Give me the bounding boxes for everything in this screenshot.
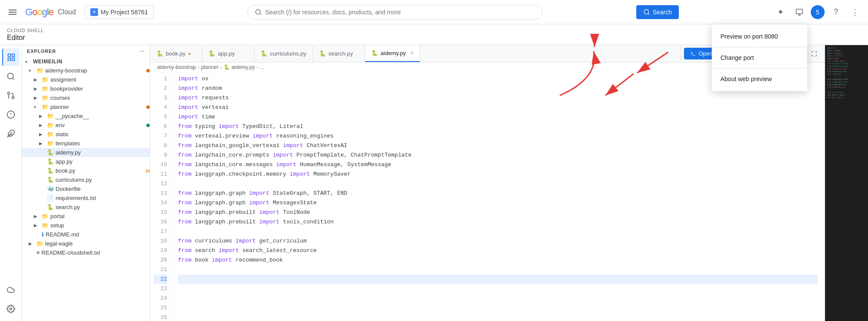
tab-close-icon[interactable]: × (410, 49, 414, 56)
tree-folder-courses[interactable]: ▶ 📁 courses (22, 93, 150, 102)
svg-rect-4 (796, 9, 803, 14)
explorer-more[interactable]: ··· (139, 49, 145, 54)
help-icon[interactable]: ? (828, 4, 844, 20)
code-line: import time (178, 112, 818, 122)
tree-file-requirements[interactable]: ▶ 📄 requirements.txt (22, 193, 150, 203)
code-line: from langgraph.graph import MessagesStat… (178, 198, 818, 208)
code-line: from langchain_google_vertexai import Ch… (178, 141, 818, 151)
git-icon[interactable] (2, 87, 20, 104)
svg-point-12 (7, 92, 10, 95)
code-line (178, 313, 818, 321)
code-line (178, 179, 818, 189)
gemini-icon[interactable]: ✦ (773, 4, 788, 20)
explorer-icon[interactable] (2, 49, 20, 66)
code-editor[interactable]: 12345 678910 1112131415 1617181920 21 22… (150, 72, 825, 321)
svg-point-18 (10, 308, 12, 310)
tree-folder-portal[interactable]: ▶ 📁 portal (22, 212, 150, 221)
search-button[interactable]: Search (636, 5, 679, 19)
menu-icon[interactable] (5, 5, 20, 20)
tree-file-app-py[interactable]: ▶ 🐍 app.py (22, 157, 150, 166)
tree-file-book-py[interactable]: ▶ 🐍 book.py M (22, 166, 150, 175)
code-line: from langgraph.graph import StateGraph, … (178, 189, 818, 198)
tree-folder-env[interactable]: ▶ 📁 env (22, 121, 150, 130)
tree-root[interactable]: ▾ WEIMEILIN (22, 57, 150, 66)
tabs-bar: 🐍 book.py ● 🐍 app.py 🐍 curriculums.py (150, 45, 680, 62)
badge-m: M (146, 168, 150, 174)
tree-folder-assigment[interactable]: ▶ 📁 assigment (22, 75, 150, 84)
search-icon (643, 9, 650, 16)
change-port[interactable]: Change port (712, 49, 807, 66)
tree-folder-templates[interactable]: ▶ 📁 templates (22, 139, 150, 148)
line-numbers: 12345 678910 1112131415 1617181920 21 22… (150, 72, 171, 321)
code-line (178, 294, 818, 303)
code-line: from typing import TypedDict, Literal (178, 122, 818, 131)
tree-file-aidemy-py[interactable]: ▶ 🐍 aidemy.py (22, 148, 150, 157)
code-line (178, 284, 818, 294)
tree-folder-bookprovider[interactable]: ▶ 📁 bookprovider (22, 84, 150, 93)
svg-rect-8 (12, 58, 14, 61)
code-line: from langgraph.checkpoint.memory import … (178, 170, 818, 179)
code-line: from langgraph.prebuilt import ToolNode (178, 208, 818, 217)
tab-curriculums-py[interactable]: 🐍 curriculums.py (254, 45, 313, 62)
tree-file-readme[interactable]: ▶ ℹ README.md (22, 230, 150, 239)
chevron-icon: ▾ (25, 59, 31, 64)
project-name: My Project 58761 (101, 9, 148, 16)
search-sidebar-icon[interactable] (2, 68, 20, 85)
search-input[interactable] (265, 9, 535, 16)
project-selector[interactable]: ✦ My Project 58761 (85, 5, 154, 19)
more-options-icon[interactable]: ⋮ (847, 4, 863, 20)
svg-rect-7 (8, 58, 10, 61)
root-label: WEIMEILIN (33, 59, 62, 65)
svg-rect-5 (8, 54, 10, 57)
code-line (178, 303, 818, 313)
extensions-icon[interactable] (2, 125, 20, 142)
global-search-bar[interactable] (247, 5, 542, 20)
about-web-preview[interactable]: About web preview (712, 70, 807, 88)
preview-port-8080[interactable]: Preview on port 8080 (712, 28, 807, 45)
code-line: from curriculums import get_curriculum (178, 236, 818, 246)
tab-aidemy-py[interactable]: 🐍 aidemy.py × (365, 45, 420, 62)
code-line: import requests (178, 93, 818, 103)
left-icon-bar (0, 45, 22, 321)
tree-folder-legal-eagle[interactable]: ▶ 📁 legal-eagle (22, 239, 150, 248)
tree-file-dockerfile[interactable]: ▶ 🐳 Dockerfile (22, 184, 150, 193)
explorer-panel: EXPLORER ··· ▾ WEIMEILIN ▾ 📁 aidemy-boos… (22, 45, 150, 321)
tree-file-search-py[interactable]: ▶ 🐍 search.py (22, 203, 150, 212)
terminal-icon (690, 51, 696, 57)
avatar[interactable]: 5 (811, 5, 825, 19)
svg-line-10 (12, 78, 14, 80)
tab-search-py[interactable]: 🐍 search.py (313, 45, 365, 62)
code-line: import vertexai (178, 103, 818, 112)
svg-line-3 (648, 13, 649, 15)
tree-file-curriculums-py[interactable]: ▶ 🐍 curriculums.py (22, 175, 150, 184)
fullscreen-button[interactable] (807, 47, 821, 61)
badge-dot-planner (146, 105, 150, 109)
cloud-shell-icon[interactable] (792, 4, 807, 20)
settings-icon[interactable] (2, 300, 20, 318)
tree-folder-planner[interactable]: ▾ 📁 planner (22, 102, 150, 111)
google-cloud-logo: Google Cloud (25, 7, 76, 18)
badge-dot (146, 69, 150, 72)
code-line (178, 265, 818, 275)
tab-app-py[interactable]: 🐍 app.py (202, 45, 254, 62)
svg-rect-6 (12, 54, 14, 57)
badge-dot-env (146, 124, 150, 127)
code-content[interactable]: import os import random import requests … (171, 72, 825, 321)
code-line-highlighted (178, 275, 818, 284)
svg-point-0 (256, 10, 260, 14)
code-line: from langchain_core.prompts import Promp… (178, 151, 818, 160)
cloud-icon[interactable] (2, 281, 20, 298)
dropdown-divider (712, 47, 807, 47)
tree-folder-aidemy-boostrap[interactable]: ▾ 📁 aidemy-boostrap (22, 66, 150, 75)
tree-folder-static[interactable]: ▶ 📁 static (22, 130, 150, 139)
tree-file-readme-cloudshell[interactable]: ▶ ≡ README-cloudshell.txt (22, 248, 150, 257)
tab-book-py[interactable]: 🐍 book.py ● (150, 45, 202, 62)
svg-line-1 (260, 13, 261, 15)
web-preview-dropdown: Preview on port 8080 Change port About w… (712, 24, 807, 91)
tree-folder-pycache[interactable]: ▶ 📁 __pycache__ (22, 111, 150, 121)
svg-point-9 (7, 73, 13, 79)
debug-icon[interactable] (2, 106, 20, 123)
minimap-panel: import os import random import requests … (825, 45, 868, 321)
tree-folder-setup[interactable]: ▶ 📁 setup (22, 221, 150, 230)
code-line (178, 227, 818, 236)
